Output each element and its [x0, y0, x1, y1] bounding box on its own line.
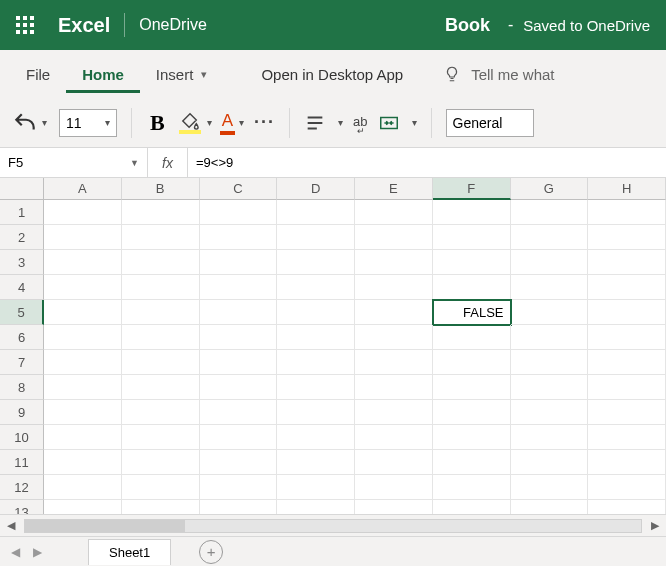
cell-C12[interactable] — [200, 475, 278, 500]
cell-B2[interactable] — [122, 225, 200, 250]
cell-C4[interactable] — [200, 275, 278, 300]
cell-A6[interactable] — [44, 325, 122, 350]
cell-F13[interactable] — [433, 500, 511, 514]
cell-E6[interactable] — [355, 325, 433, 350]
cell-E7[interactable] — [355, 350, 433, 375]
font-color-button[interactable]: A ▾ — [222, 111, 244, 134]
cell-D6[interactable] — [277, 325, 355, 350]
cell-F10[interactable] — [433, 425, 511, 450]
alignment-button[interactable] — [304, 112, 326, 134]
cell-C6[interactable] — [200, 325, 278, 350]
cell-E5[interactable] — [355, 300, 433, 325]
cell-B11[interactable] — [122, 450, 200, 475]
cell-E3[interactable] — [355, 250, 433, 275]
cell-H9[interactable] — [588, 400, 666, 425]
cell-C13[interactable] — [200, 500, 278, 514]
cell-A1[interactable] — [44, 200, 122, 225]
cell-G3[interactable] — [511, 250, 589, 275]
column-header-A[interactable]: A — [44, 178, 122, 200]
cell-C10[interactable] — [200, 425, 278, 450]
cell-C11[interactable] — [200, 450, 278, 475]
row-header-1[interactable]: 1 — [0, 200, 44, 225]
open-in-desktop-app[interactable]: Open in Desktop App — [251, 66, 413, 83]
chevron-down-icon[interactable]: ▾ — [207, 117, 212, 128]
cell-G4[interactable] — [511, 275, 589, 300]
row-header-10[interactable]: 10 — [0, 425, 44, 450]
cell-B10[interactable] — [122, 425, 200, 450]
cell-D7[interactable] — [277, 350, 355, 375]
row-header-13[interactable]: 13 — [0, 500, 44, 514]
cell-A11[interactable] — [44, 450, 122, 475]
chevron-down-icon[interactable]: ▾ — [338, 117, 343, 128]
cell-G12[interactable] — [511, 475, 589, 500]
cell-A9[interactable] — [44, 400, 122, 425]
cell-G2[interactable] — [511, 225, 589, 250]
cell-F1[interactable] — [433, 200, 511, 225]
cell-H11[interactable] — [588, 450, 666, 475]
cell-H12[interactable] — [588, 475, 666, 500]
cell-F3[interactable] — [433, 250, 511, 275]
cell-H8[interactable] — [588, 375, 666, 400]
cell-H1[interactable] — [588, 200, 666, 225]
row-header-11[interactable]: 11 — [0, 450, 44, 475]
cells-area[interactable]: FALSE — [44, 200, 666, 514]
row-header-2[interactable]: 2 — [0, 225, 44, 250]
cell-C2[interactable] — [200, 225, 278, 250]
cell-E10[interactable] — [355, 425, 433, 450]
cell-H5[interactable] — [588, 300, 666, 325]
cell-E2[interactable] — [355, 225, 433, 250]
row-header-12[interactable]: 12 — [0, 475, 44, 500]
scroll-track[interactable] — [24, 519, 642, 533]
more-options-button[interactable]: ··· — [254, 112, 275, 133]
cell-B3[interactable] — [122, 250, 200, 275]
cell-D12[interactable] — [277, 475, 355, 500]
column-header-B[interactable]: B — [122, 178, 200, 200]
cell-G9[interactable] — [511, 400, 589, 425]
row-header-3[interactable]: 3 — [0, 250, 44, 275]
cell-D8[interactable] — [277, 375, 355, 400]
row-header-8[interactable]: 8 — [0, 375, 44, 400]
cell-E12[interactable] — [355, 475, 433, 500]
cell-D13[interactable] — [277, 500, 355, 514]
cell-G5[interactable] — [511, 300, 589, 325]
wrap-text-button[interactable]: ab ↵ — [353, 114, 367, 131]
add-sheet-button[interactable]: + — [199, 540, 223, 564]
fill-color-button[interactable]: ▾ — [179, 112, 212, 134]
document-name[interactable]: Book — [445, 15, 490, 36]
cell-E9[interactable] — [355, 400, 433, 425]
cell-G13[interactable] — [511, 500, 589, 514]
column-header-H[interactable]: H — [588, 178, 666, 200]
cell-H4[interactable] — [588, 275, 666, 300]
column-header-D[interactable]: D — [277, 178, 355, 200]
cell-D4[interactable] — [277, 275, 355, 300]
cell-B13[interactable] — [122, 500, 200, 514]
cell-D10[interactable] — [277, 425, 355, 450]
row-header-9[interactable]: 9 — [0, 400, 44, 425]
location-label[interactable]: OneDrive — [139, 16, 207, 34]
cell-E11[interactable] — [355, 450, 433, 475]
cell-C5[interactable] — [200, 300, 278, 325]
cell-E1[interactable] — [355, 200, 433, 225]
cell-E8[interactable] — [355, 375, 433, 400]
cell-G10[interactable] — [511, 425, 589, 450]
select-all-corner[interactable] — [0, 178, 44, 200]
sheet-nav-next-icon[interactable]: ▶ — [26, 545, 48, 559]
tab-insert[interactable]: Insert ▾ — [140, 56, 224, 93]
cell-D11[interactable] — [277, 450, 355, 475]
cell-C1[interactable] — [200, 200, 278, 225]
fx-button[interactable]: fx — [148, 148, 188, 177]
cell-F6[interactable] — [433, 325, 511, 350]
chevron-down-icon[interactable]: ▾ — [412, 117, 417, 128]
tab-file[interactable]: File — [10, 56, 66, 93]
cell-A7[interactable] — [44, 350, 122, 375]
cell-B7[interactable] — [122, 350, 200, 375]
scroll-thumb[interactable] — [25, 520, 185, 532]
cell-D1[interactable] — [277, 200, 355, 225]
column-header-F[interactable]: F — [433, 178, 511, 200]
cell-H10[interactable] — [588, 425, 666, 450]
cell-A2[interactable] — [44, 225, 122, 250]
cell-C7[interactable] — [200, 350, 278, 375]
horizontal-scrollbar[interactable]: ◀ ▶ — [0, 514, 666, 536]
tell-me-search[interactable]: Tell me what — [471, 66, 554, 83]
cell-E13[interactable] — [355, 500, 433, 514]
